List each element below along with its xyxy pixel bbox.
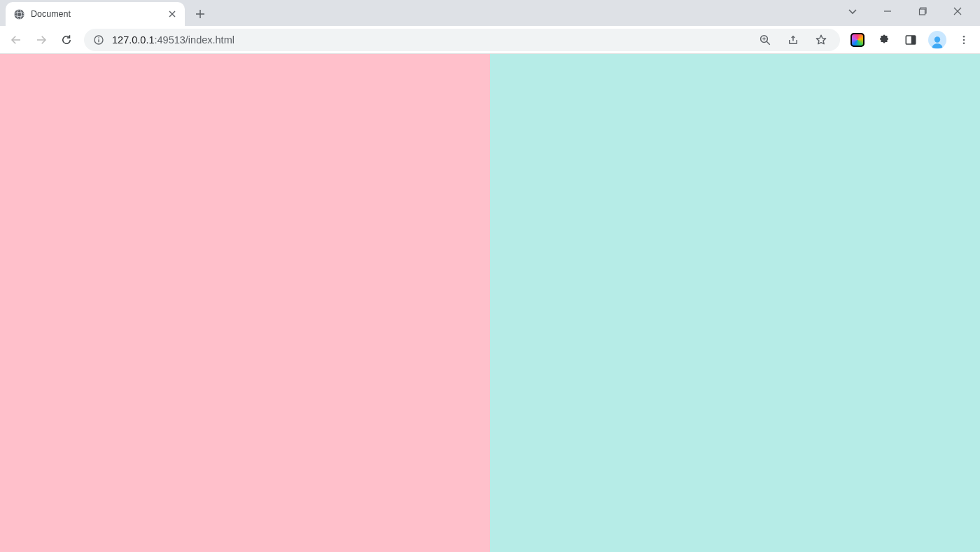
- chevron-down-icon: [848, 6, 858, 16]
- omnibox-actions: [755, 29, 832, 50]
- colorwheel-icon: [850, 33, 864, 47]
- share-button[interactable]: [783, 29, 804, 50]
- minimize-icon: [883, 7, 892, 15]
- maximize-icon: [918, 7, 927, 15]
- svg-point-16: [98, 37, 99, 39]
- zoom-icon: [759, 34, 771, 46]
- tab-strip: Document: [0, 0, 980, 26]
- reload-icon: [60, 34, 73, 46]
- svg-point-25: [963, 36, 965, 38]
- share-icon: [787, 34, 799, 46]
- left-pane: [0, 54, 490, 552]
- chrome-menu-button[interactable]: [953, 29, 974, 50]
- site-info-button[interactable]: [92, 34, 105, 46]
- svg-point-26: [963, 39, 965, 41]
- browser-toolbar: 127.0.0.1:49513/index.html: [0, 26, 980, 54]
- reload-button[interactable]: [56, 29, 77, 50]
- profile-button[interactable]: [927, 29, 948, 50]
- kebab-icon: [958, 34, 969, 46]
- extension-colorful[interactable]: [847, 29, 868, 50]
- url-text: 127.0.0.1:49513/index.html: [112, 34, 748, 46]
- avatar-icon: [928, 31, 946, 49]
- extensions-button[interactable]: [874, 29, 895, 50]
- back-button[interactable]: [6, 29, 27, 50]
- toolbar-right: [847, 29, 974, 50]
- side-panel-button[interactable]: [900, 29, 921, 50]
- puzzle-icon: [878, 34, 890, 46]
- url-path: :49513/index.html: [154, 34, 234, 46]
- globe-icon: [13, 8, 25, 20]
- address-bar[interactable]: 127.0.0.1:49513/index.html: [84, 29, 840, 51]
- window-close-button[interactable]: [948, 1, 967, 21]
- new-tab-button[interactable]: [190, 4, 210, 24]
- tab-search-button[interactable]: [843, 1, 862, 21]
- plus-icon: [195, 9, 205, 19]
- window-minimize-button[interactable]: [878, 1, 897, 21]
- info-icon: [93, 34, 104, 46]
- forward-button[interactable]: [31, 29, 52, 50]
- tab-title: Document: [31, 9, 161, 19]
- page-viewport: [0, 54, 980, 552]
- svg-line-18: [766, 41, 770, 45]
- close-icon: [169, 11, 176, 18]
- window-maximize-button[interactable]: [913, 1, 932, 21]
- browser-tab[interactable]: Document: [6, 2, 185, 26]
- tab-close-button[interactable]: [167, 8, 178, 20]
- sidepanel-icon: [904, 34, 917, 46]
- svg-point-0: [14, 9, 24, 19]
- svg-point-27: [963, 42, 965, 44]
- arrow-left-icon: [10, 34, 22, 46]
- arrow-right-icon: [35, 34, 48, 46]
- close-icon: [953, 7, 962, 15]
- url-host: 127.0.0.1: [112, 34, 154, 46]
- bookmark-button[interactable]: [811, 29, 832, 50]
- zoom-button[interactable]: [755, 29, 776, 50]
- svg-rect-23: [911, 36, 916, 44]
- star-icon: [815, 34, 827, 46]
- window-controls: [843, 0, 977, 22]
- svg-rect-9: [920, 9, 925, 15]
- svg-point-24: [934, 36, 940, 42]
- right-pane: [490, 54, 980, 552]
